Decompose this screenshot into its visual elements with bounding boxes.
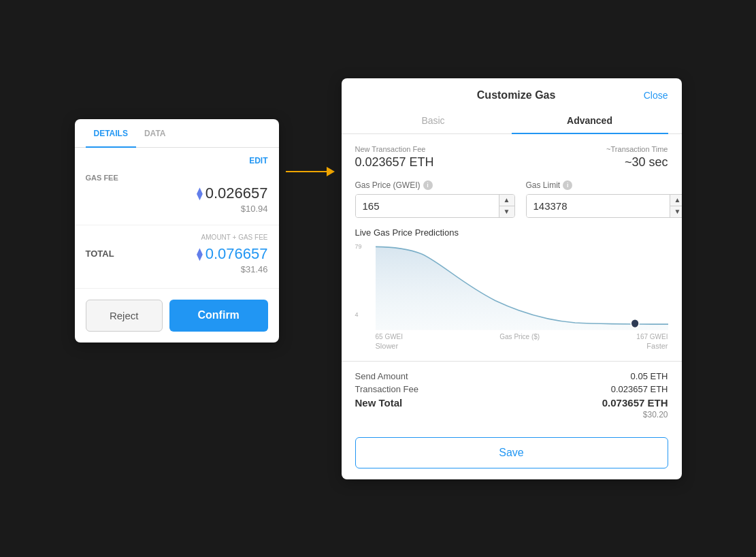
total-label: TOTAL <box>86 249 114 259</box>
tx-fee-value: 0.023657 ETH <box>355 155 434 170</box>
new-total-row: New Total 0.073657 ETH <box>355 397 668 409</box>
fee-section: GAS FEE ⧫ 0.026657 $10.94 <box>75 168 279 225</box>
gas-limit-up[interactable]: ▲ <box>670 195 682 206</box>
tab-data[interactable]: DATA <box>136 119 174 148</box>
confirm-button[interactable]: Confirm <box>169 300 268 332</box>
new-total-label: New Total <box>355 397 403 409</box>
gas-limit-label: Gas Limit i <box>526 180 682 190</box>
speed-faster: Faster <box>646 342 668 350</box>
gas-limit-input[interactable] <box>527 195 670 217</box>
tx-time-value: ~30 sec <box>606 155 668 170</box>
arrow-head <box>327 167 335 176</box>
arrow-container <box>279 167 342 176</box>
gas-price-label: Gas Price (GWEI) i <box>355 180 515 190</box>
x-axis-left: 65 GWEI <box>376 333 404 340</box>
tx-fee-summary-row: Transaction Fee 0.023657 ETH <box>355 384 668 394</box>
tx-fee-label: New Transaction Fee <box>355 145 434 153</box>
gas-price-input-wrapper: ▲ ▼ <box>355 194 515 218</box>
total-section: AMOUNT + GAS FEE TOTAL ⧫ 0.076657 $31.46 <box>75 225 279 288</box>
summary-section: Send Amount 0.05 ETH Transaction Fee 0.0… <box>342 361 682 429</box>
arrow <box>286 167 335 176</box>
x-axis-middle: Gas Price ($) <box>499 333 540 340</box>
gas-limit-down[interactable]: ▼ <box>670 206 682 217</box>
y-axis-top: 79 <box>355 243 362 250</box>
tab-basic[interactable]: Basic <box>355 108 512 134</box>
gas-fee-amount: ⧫ 0.026657 <box>86 185 268 202</box>
gas-limit-stepper: ▲ ▼ <box>670 195 682 217</box>
svg-point-0 <box>631 319 639 328</box>
amount-gas-label: AMOUNT + GAS FEE <box>86 234 268 241</box>
tx-fee-summary-label: Transaction Fee <box>355 384 418 394</box>
reject-button[interactable]: Reject <box>86 300 163 332</box>
chart-bottom-labels: 65 GWEI Gas Price ($) 167 GWEI <box>376 333 668 340</box>
tab-details[interactable]: DETAILS <box>86 119 136 148</box>
tx-fee-summary-value: 0.023657 ETH <box>611 384 668 394</box>
chart-wrapper: 79 4 Confirmation time (sec) <box>355 243 668 350</box>
gas-fee-usd: $10.94 <box>86 204 268 214</box>
gas-limit-group: Gas Limit i ▲ ▼ <box>526 180 682 218</box>
save-section: Save <box>342 429 682 479</box>
gas-price-info-icon[interactable]: i <box>423 180 433 190</box>
arrow-line <box>286 171 327 172</box>
chart-title: Live Gas Price Predictions <box>355 227 668 238</box>
gas-inputs-row: Gas Price (GWEI) i ▲ ▼ Gas Limit i <box>355 180 668 218</box>
gas-fee-eth: 0.026657 <box>206 185 268 202</box>
edit-row: EDIT <box>75 148 279 168</box>
total-usd: $31.46 <box>86 264 268 274</box>
gas-limit-input-wrapper: ▲ ▼ <box>526 194 682 218</box>
new-total-value: 0.073657 ETH <box>602 397 668 409</box>
y-axis-bottom: 4 <box>355 311 362 318</box>
speed-slower: Slower <box>376 342 399 350</box>
gas-price-up[interactable]: ▲ <box>499 195 514 206</box>
tx-time-right: ~Transaction Time ~30 sec <box>606 145 668 170</box>
customize-body: New Transaction Fee 0.023657 ETH ~Transa… <box>342 134 682 361</box>
total-amount: ⧫ 0.076657 <box>197 245 268 263</box>
customize-title: Customize Gas <box>389 89 644 101</box>
left-tabs: DETAILS DATA <box>75 119 279 148</box>
gas-price-down[interactable]: ▼ <box>499 206 514 217</box>
total-eth: 0.076657 <box>206 245 268 263</box>
gas-limit-info-icon[interactable]: i <box>563 180 572 190</box>
gas-price-input[interactable] <box>356 195 499 217</box>
buttons-row: Reject Confirm <box>75 288 279 343</box>
gas-chart <box>376 243 668 332</box>
gas-price-group: Gas Price (GWEI) i ▲ ▼ <box>355 180 515 218</box>
customize-tabs: Basic Advanced <box>342 108 682 134</box>
new-total-usd: $30.20 <box>355 410 668 419</box>
send-amount-value: 0.05 ETH <box>631 371 668 381</box>
total-eth-icon: ⧫ <box>197 246 203 261</box>
speed-labels: Slower Faster <box>376 342 668 350</box>
panel-body: EDIT GAS FEE ⧫ 0.026657 $10.94 AMOUNT + … <box>75 148 279 288</box>
tx-time-label: ~Transaction Time <box>606 145 668 153</box>
edit-button[interactable]: EDIT <box>249 156 267 165</box>
chart-section: Live Gas Price Predictions 79 4 Confirma… <box>355 227 668 350</box>
tx-fee-row: New Transaction Fee 0.023657 ETH ~Transa… <box>355 145 668 170</box>
gas-fee-label: GAS FEE <box>86 174 268 182</box>
send-amount-label: Send Amount <box>355 371 408 381</box>
right-panel: Customize Gas Close Basic Advanced New T… <box>342 78 682 479</box>
close-button[interactable]: Close <box>644 90 668 101</box>
eth-icon: ⧫ <box>197 186 203 201</box>
x-axis-right: 167 GWEI <box>636 333 668 340</box>
tab-advanced[interactable]: Advanced <box>512 108 668 134</box>
save-button[interactable]: Save <box>355 437 668 468</box>
left-panel: DETAILS DATA EDIT GAS FEE ⧫ 0.026657 $10… <box>75 119 279 343</box>
total-row: TOTAL ⧫ 0.076657 <box>86 245 268 263</box>
customize-header: Customize Gas Close <box>342 78 682 101</box>
send-amount-row: Send Amount 0.05 ETH <box>355 371 668 381</box>
tx-fee-left: New Transaction Fee 0.023657 ETH <box>355 145 434 170</box>
gas-price-stepper: ▲ ▼ <box>499 195 514 217</box>
